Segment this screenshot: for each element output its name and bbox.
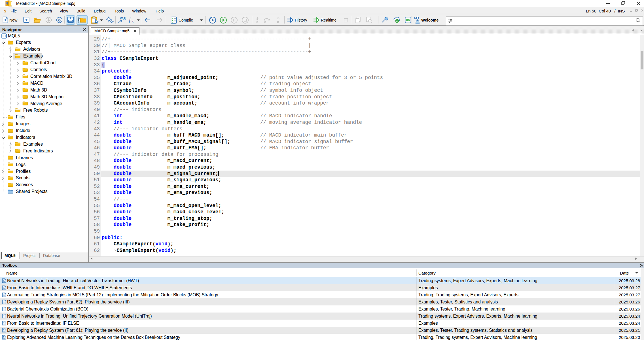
svg-text:VAR: VAR xyxy=(120,17,126,20)
svg-text:x: x xyxy=(132,19,134,24)
svg-text:5: 5 xyxy=(6,2,8,5)
svg-text:f: f xyxy=(129,17,131,23)
